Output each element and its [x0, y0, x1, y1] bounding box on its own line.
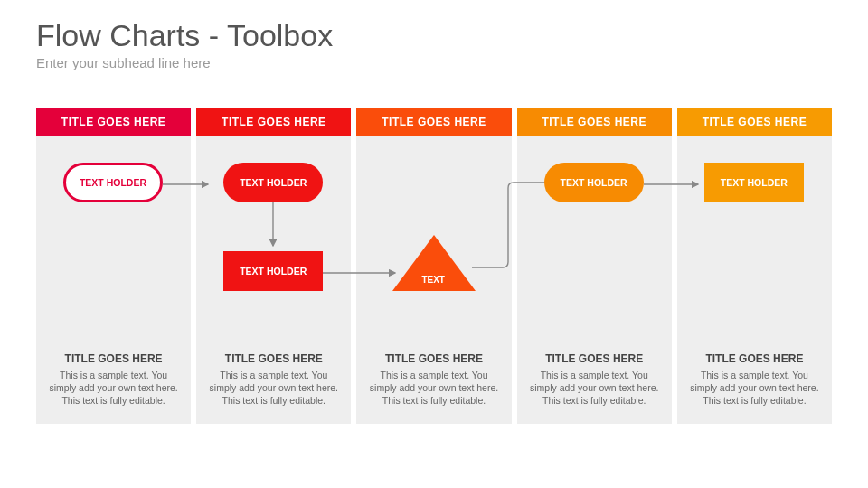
column-3-footer-body: This is a sample text. You simply add yo…	[530, 369, 659, 408]
node-n6-label: TEXT HOLDER	[721, 177, 788, 188]
column-3-body: TEXT HOLDER	[517, 136, 672, 343]
column-4: TITLE GOES HERE TEXT HOLDER TITLE GOES H…	[677, 108, 832, 424]
column-2-footer: TITLE GOES HERE This is a sample text. Y…	[356, 343, 511, 424]
column-0: TITLE GOES HERE TEXT HOLDER TITLE GOES H…	[36, 108, 191, 424]
node-n2: TEXT HOLDER	[223, 163, 323, 202]
column-3-footer: TITLE GOES HERE This is a sample text. Y…	[517, 343, 672, 424]
column-4-footer-body: This is a sample text. You simply add yo…	[690, 369, 819, 408]
slide: Flow Charts - Toolbox Enter your subhead…	[0, 0, 868, 488]
node-n2-label: TEXT HOLDER	[240, 177, 307, 188]
column-0-body: TEXT HOLDER	[36, 136, 191, 343]
column-2-header: TITLE GOES HERE	[356, 108, 511, 136]
column-4-header: TITLE GOES HERE	[677, 108, 832, 136]
column-0-header: TITLE GOES HERE	[36, 108, 191, 136]
column-3-header: TITLE GOES HERE	[517, 108, 672, 136]
column-2-body: TEXT	[356, 136, 511, 343]
column-0-footer-title: TITLE GOES HERE	[49, 352, 178, 365]
column-1-footer: TITLE GOES HERE This is a sample text. Y…	[196, 343, 351, 424]
node-n1-label: TEXT HOLDER	[80, 177, 146, 188]
node-n5-label: TEXT HOLDER	[561, 177, 627, 188]
node-n6: TEXT HOLDER	[704, 163, 804, 202]
column-2-footer-title: TITLE GOES HERE	[369, 352, 498, 365]
node-n3-label: TEXT HOLDER	[240, 266, 307, 277]
column-3: TITLE GOES HERE TEXT HOLDER TITLE GOES H…	[517, 108, 672, 424]
column-2: TITLE GOES HERE TEXT TITLE GOES HERE Thi…	[356, 108, 511, 424]
column-1-footer-body: This is a sample text. You simply add yo…	[209, 369, 338, 408]
node-n5: TEXT HOLDER	[544, 163, 644, 202]
column-0-footer: TITLE GOES HERE This is a sample text. Y…	[36, 343, 191, 424]
column-1-footer-title: TITLE GOES HERE	[209, 352, 338, 365]
slide-subtitle: Enter your subhead line here	[36, 55, 832, 70]
column-1-header: TITLE GOES HERE	[196, 108, 351, 136]
column-1-body: TEXT HOLDER TEXT HOLDER	[196, 136, 351, 343]
column-4-body: TEXT HOLDER	[677, 136, 832, 343]
column-1: TITLE GOES HERE TEXT HOLDER TEXT HOLDER	[196, 108, 351, 424]
column-3-footer-title: TITLE GOES HERE	[530, 352, 659, 365]
column-4-footer: TITLE GOES HERE This is a sample text. Y…	[677, 343, 832, 424]
slide-title: Flow Charts - Toolbox	[36, 18, 832, 53]
column-4-footer-title: TITLE GOES HERE	[690, 352, 819, 365]
column-2-footer-body: This is a sample text. You simply add yo…	[369, 369, 498, 408]
node-n1: TEXT HOLDER	[63, 163, 163, 202]
columns-container: TITLE GOES HERE TEXT HOLDER TITLE GOES H…	[36, 108, 832, 424]
node-n4-label: TEXT	[421, 275, 445, 285]
node-n3: TEXT HOLDER	[223, 251, 323, 291]
column-0-footer-body: This is a sample text. You simply add yo…	[49, 369, 178, 408]
connector-n2-n3	[271, 202, 275, 257]
